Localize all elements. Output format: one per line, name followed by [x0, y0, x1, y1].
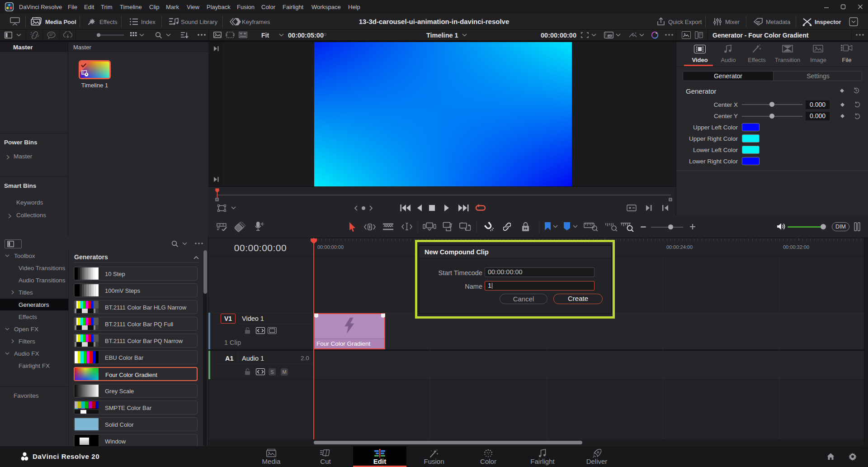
svg-text:HQ: HQ	[609, 35, 613, 38]
